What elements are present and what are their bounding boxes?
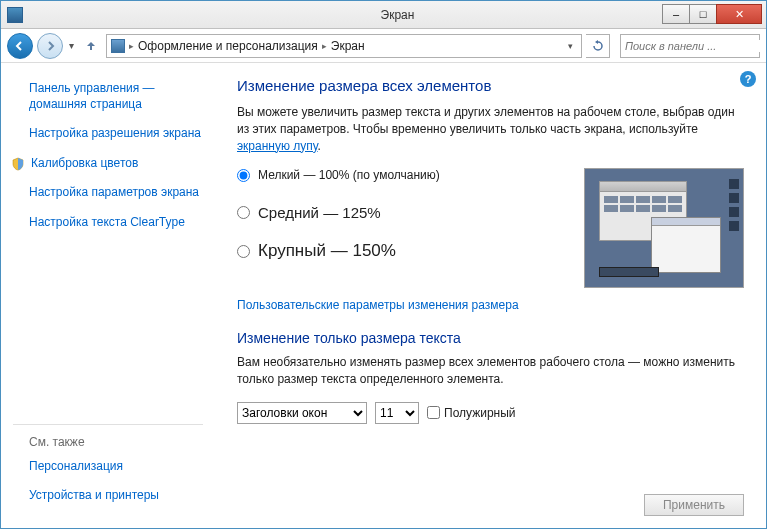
description-2: Вам необязательно изменять размер всех э… [237,354,744,388]
breadcrumb-1[interactable]: Оформление и персонализация [138,39,318,53]
window-title: Экран [29,8,766,22]
close-button[interactable]: ✕ [716,4,762,24]
sidebar-see-also-devices[interactable]: Устройства и принтеры [29,488,203,504]
content: Панель управления — домашняя страница На… [1,63,766,528]
description-1: Вы можете увеличить размер текста и друг… [237,104,744,154]
radio-small-input[interactable] [237,169,250,182]
radio-medium-label: Средний — 125% [258,204,381,221]
apply-button[interactable]: Применить [644,494,744,516]
minimize-button[interactable]: – [662,4,690,24]
radio-small[interactable]: Мелкий — 100% (по умолчанию) [237,168,560,182]
main-panel: ? Изменение размера всех элементов Вы мо… [215,63,766,528]
refresh-button[interactable] [586,34,610,58]
radio-large-input[interactable] [237,245,250,258]
sidebar-item-display-settings[interactable]: Настройка параметров экрана [29,185,203,201]
radio-medium[interactable]: Средний — 125% [237,204,560,221]
breadcrumb-2[interactable]: Экран [331,39,365,53]
custom-sizing-link[interactable]: Пользовательские параметры изменения раз… [237,298,519,312]
bold-checkbox[interactable] [427,406,440,419]
up-button[interactable] [80,35,102,57]
bold-label: Полужирный [444,406,516,420]
titlebar: Экран – □ ✕ [1,1,766,29]
radio-small-label: Мелкий — 100% (по умолчанию) [258,168,440,182]
breadcrumb-sep: ▸ [322,41,327,51]
back-button[interactable] [7,33,33,59]
arrow-right-icon [44,40,56,52]
sidebar: Панель управления — домашняя страница На… [1,63,215,528]
magnifier-link[interactable]: экранную лупу [237,139,318,153]
maximize-button[interactable]: □ [689,4,717,24]
refresh-icon [592,40,604,52]
heading-resize-all: Изменение размера всех элементов [237,77,744,94]
heading-text-only: Изменение только размера текста [237,330,744,346]
shield-icon [11,157,25,171]
search-box[interactable] [620,34,760,58]
forward-button[interactable] [37,33,63,59]
recent-dropdown[interactable]: ▾ [69,40,74,51]
sidebar-see-also-personalization[interactable]: Персонализация [29,459,203,475]
location-icon [111,39,125,53]
up-arrow-icon [84,39,98,53]
element-select[interactable]: Заголовки окон [237,402,367,424]
app-icon [7,7,23,23]
sidebar-item-calibration[interactable]: Калибровка цветов [31,156,138,172]
see-also-header: См. также [29,435,203,449]
sidebar-home-link[interactable]: Панель управления — домашняя страница [29,81,203,112]
address-dropdown[interactable]: ▾ [564,41,577,51]
help-button[interactable]: ? [740,71,756,87]
arrow-left-icon [14,40,26,52]
preview-image [584,168,744,288]
font-size-select[interactable]: 11 [375,402,419,424]
radio-large-label: Крупный — 150% [258,241,396,261]
search-input[interactable] [625,40,764,52]
navbar: ▾ ▸ Оформление и персонализация ▸ Экран … [1,29,766,63]
breadcrumb-sep: ▸ [129,41,134,51]
sidebar-item-resolution[interactable]: Настройка разрешения экрана [29,126,203,142]
window-buttons: – □ ✕ [663,4,762,24]
radio-large[interactable]: Крупный — 150% [237,241,560,261]
sidebar-item-cleartype[interactable]: Настройка текста ClearType [29,215,203,231]
size-radio-group: Мелкий — 100% (по умолчанию) Средний — 1… [237,168,560,281]
radio-medium-input[interactable] [237,206,250,219]
address-bar[interactable]: ▸ Оформление и персонализация ▸ Экран ▾ [106,34,582,58]
bold-checkbox-label[interactable]: Полужирный [427,406,516,420]
